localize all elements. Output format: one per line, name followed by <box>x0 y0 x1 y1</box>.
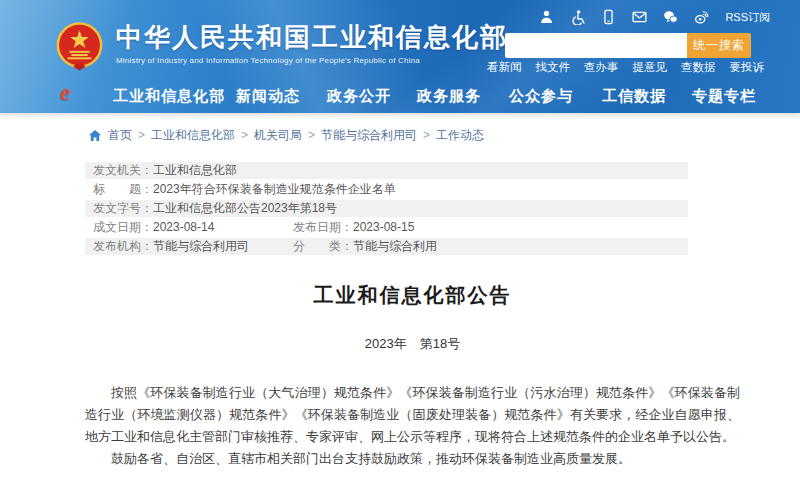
breadcrumb-separator: > <box>241 128 248 142</box>
mail-icon[interactable] <box>632 9 647 25</box>
article-body: 按照《环保装备制造行业（大气治理）规范条件》《环保装备制造行业（污水治理）规范条… <box>85 382 740 470</box>
meta-label: 标 题： <box>93 182 153 196</box>
nav-item-public-participation[interactable]: 公众参与 <box>509 87 573 106</box>
meta-row-publisher: 发布机构：节能与综合利用司 分 类：节能与综合利用 <box>85 238 688 255</box>
article-paragraph: 鼓励各省、自治区、直辖市相关部门出台支持鼓励政策，推动环保装备制造业高质量发展。 <box>85 448 740 470</box>
nav-item-news[interactable]: 新闻动态 <box>236 87 300 106</box>
meta-value: 2023-08-15 <box>353 220 414 234</box>
national-emblem-icon <box>56 22 103 72</box>
nav-item-gov-services[interactable]: 政务服务 <box>417 87 481 106</box>
meta-value: 节能与综合利用 <box>353 239 437 253</box>
meta-value: 2023年符合环保装备制造业规范条件企业名单 <box>153 182 396 196</box>
breadcrumb-separator: > <box>138 128 145 142</box>
quick-link-suggestions[interactable]: 提意见 <box>633 60 668 75</box>
breadcrumb-departments[interactable]: 机关司局 <box>254 127 302 144</box>
meta-col2: 发布日期：2023-08-15 <box>293 219 414 236</box>
article-paragraph: 按照《环保装备制造行业（大气治理）规范条件》《环保装备制造行业（污水治理）规范条… <box>85 382 740 448</box>
quick-link-services[interactable]: 查办事 <box>584 60 619 75</box>
quick-link-data[interactable]: 查数据 <box>681 60 716 75</box>
site-title-english: Ministry of Industry and Information Tec… <box>116 56 508 65</box>
wechat-icon[interactable] <box>663 9 678 25</box>
breadcrumb-miit[interactable]: 工业和信息化部 <box>151 127 235 144</box>
announcement-article: 工业和信息化部公告 2023年 第18号 按照《环保装备制造行业（大气治理）规范… <box>85 282 740 470</box>
brand-text: 中华人民共和国工业和信息化部 Ministry of Industry and … <box>116 22 508 65</box>
site-title: 中华人民共和国工业和信息化部 <box>116 22 508 52</box>
site-brand[interactable]: 中华人民共和国工业和信息化部 Ministry of Industry and … <box>56 22 508 72</box>
meta-value: 2023-08-14 <box>153 220 214 234</box>
meta-label: 成文日期： <box>93 220 153 234</box>
mobile-icon[interactable] <box>601 9 616 25</box>
unified-search-button[interactable]: 统一搜索 <box>687 33 751 58</box>
search-box: 统一搜索 <box>505 33 751 58</box>
breadcrumb-home[interactable]: 首页 <box>108 127 132 144</box>
meta-label: 发文字号： <box>93 201 153 215</box>
meta-value: 工业和信息化部 <box>153 163 237 177</box>
quick-link-files[interactable]: 找文件 <box>536 60 571 75</box>
accessibility-icon[interactable] <box>570 9 585 25</box>
document-meta-table: 发文机关：工业和信息化部 标 题：2023年符合环保装备制造业规范条件企业名单 … <box>85 162 688 255</box>
nav-item-miit[interactable]: 工业和信息化部 <box>113 87 225 106</box>
meta-value: 工业和信息化部公告2023年第18号 <box>153 201 337 215</box>
meta-label: 发布机构： <box>93 239 153 253</box>
site-header-banner: RSS订阅 中华人民共和国工业和信息化部 Ministry of Industr… <box>0 0 800 113</box>
nav-item-industry-data[interactable]: 工信数据 <box>602 87 666 106</box>
rss-subscribe-link[interactable]: RSS订阅 <box>725 10 770 25</box>
miit-logo-icon[interactable]: e <box>60 80 70 106</box>
elder-mode-icon[interactable] <box>539 9 554 25</box>
breadcrumb-energy-dept[interactable]: 节能与综合利用司 <box>321 127 417 144</box>
meta-value: 节能与综合利用司 <box>153 239 249 253</box>
article-issue-number: 2023年 第18号 <box>85 335 740 353</box>
quick-link-news[interactable]: 看新闻 <box>487 60 522 75</box>
breadcrumb-current: 工作动态 <box>436 127 484 144</box>
nav-item-special-topics[interactable]: 专题专栏 <box>692 87 756 106</box>
breadcrumb-separator: > <box>423 128 430 142</box>
article-title: 工业和信息化部公告 <box>85 282 740 309</box>
search-input[interactable] <box>505 33 687 58</box>
breadcrumb: 首页 > 工业和信息化部 > 机关司局 > 节能与综合利用司 > 工作动态 <box>88 127 800 143</box>
meta-row-issuing-agency: 发文机关：工业和信息化部 <box>85 162 688 179</box>
main-navigation: e 工业和信息化部 新闻动态 政务公开 政务服务 公众参与 工信数据 专题专栏 <box>0 79 800 113</box>
search-quick-links: 看新闻 找文件 查办事 提意见 查数据 要投诉 <box>487 60 764 75</box>
meta-row-doc-number: 发文字号：工业和信息化部公告2023年第18号 <box>85 200 688 217</box>
nav-item-gov-info[interactable]: 政务公开 <box>327 87 391 106</box>
meta-row-title: 标 题：2023年符合环保装备制造业规范条件企业名单 <box>85 181 688 198</box>
home-icon[interactable] <box>88 129 102 142</box>
meta-row-dates: 成文日期：2023-08-14 发布日期：2023-08-15 <box>85 219 688 236</box>
weibo-icon[interactable] <box>694 9 709 25</box>
meta-col2: 分 类：节能与综合利用 <box>293 238 437 255</box>
meta-label: 发文机关： <box>93 163 153 177</box>
topbar-utility-icons: RSS订阅 <box>539 9 770 25</box>
quick-link-complaints[interactable]: 要投诉 <box>730 60 765 75</box>
meta-label: 发布日期： <box>293 220 353 234</box>
meta-label: 分 类： <box>293 239 353 253</box>
breadcrumb-separator: > <box>308 128 315 142</box>
